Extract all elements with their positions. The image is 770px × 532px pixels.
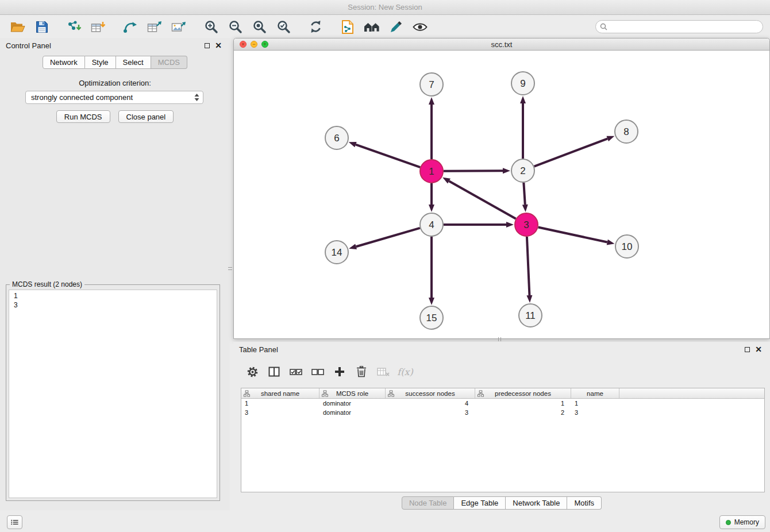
zoom-fit-button[interactable] bbox=[247, 18, 271, 36]
tab-mcds[interactable]: MCDS bbox=[151, 56, 187, 69]
graph-node-9[interactable]: 9 bbox=[511, 72, 534, 95]
table-toolbar: f(x) bbox=[241, 361, 416, 383]
network-window-title: scc.txt bbox=[234, 40, 769, 49]
eye-icon bbox=[413, 21, 428, 33]
tab-edge-table[interactable]: Edge Table bbox=[454, 496, 506, 510]
graph-edge-1-4[interactable] bbox=[429, 183, 434, 212]
apply-layout-button[interactable] bbox=[303, 18, 328, 36]
zoom-in-button[interactable] bbox=[199, 18, 223, 36]
graph-edge-3-11[interactable] bbox=[526, 237, 532, 303]
graph-node-4[interactable]: 4 bbox=[420, 213, 443, 236]
import-table-button[interactable] bbox=[86, 18, 110, 36]
graph-edge-4-15[interactable] bbox=[429, 237, 434, 305]
memory-button[interactable]: Memory bbox=[719, 515, 765, 529]
export-web-button[interactable] bbox=[336, 18, 360, 36]
table-cell[interactable]: 1 bbox=[475, 399, 571, 408]
zoom-out-button[interactable] bbox=[223, 18, 247, 36]
open-session-button[interactable] bbox=[6, 18, 30, 36]
import-network-button[interactable] bbox=[62, 18, 86, 36]
graph-node-11[interactable]: 11 bbox=[519, 304, 542, 327]
graph-edge-3-10[interactable] bbox=[538, 227, 615, 245]
column-header-mcds-role[interactable]: MCDS role bbox=[319, 388, 386, 398]
graph-node-7[interactable]: 7 bbox=[420, 73, 443, 96]
tab-network-table[interactable]: Network Table bbox=[506, 496, 567, 510]
panel-splitter-vertical[interactable] bbox=[228, 262, 232, 275]
task-history-button[interactable] bbox=[7, 515, 22, 529]
column-header-predecessor-nodes[interactable]: predecessor nodes bbox=[475, 388, 571, 398]
network-window-titlebar[interactable]: × − + scc.txt bbox=[234, 38, 769, 51]
column-header-shared-name[interactable]: shared name bbox=[241, 388, 319, 398]
mcds-result-list[interactable]: 13 bbox=[9, 290, 217, 498]
table-cell[interactable]: 1 bbox=[241, 399, 319, 408]
table-cell[interactable]: 3 bbox=[571, 408, 619, 417]
create-column-button[interactable] bbox=[329, 362, 351, 381]
export-network-button[interactable] bbox=[118, 18, 143, 36]
column-header-successor-nodes[interactable]: successor nodes bbox=[386, 388, 475, 398]
run-mcds-button[interactable]: Run MCDS bbox=[56, 110, 110, 123]
tab-network[interactable]: Network bbox=[43, 56, 85, 69]
graph-edge-2-3[interactable] bbox=[522, 183, 528, 212]
save-session-button[interactable] bbox=[30, 18, 54, 36]
search-input[interactable] bbox=[595, 20, 763, 33]
show-columns-button[interactable] bbox=[263, 362, 285, 381]
control-panel-header: Control Panel ✕ bbox=[0, 38, 230, 53]
graph-node-10[interactable]: 10 bbox=[615, 235, 638, 258]
function-builder-button[interactable]: f(x) bbox=[394, 362, 416, 381]
graph-edge-4-3[interactable] bbox=[444, 222, 514, 228]
table-cell[interactable]: 3 bbox=[241, 408, 319, 417]
graph-edge-3-1[interactable] bbox=[442, 178, 516, 219]
close-table-panel-icon[interactable]: ✕ bbox=[755, 345, 762, 353]
save-floppy-icon bbox=[35, 20, 49, 34]
graph-edge-1-2[interactable] bbox=[444, 168, 510, 174]
unselect-all-columns-button[interactable] bbox=[307, 362, 329, 381]
column-header-name[interactable]: name bbox=[571, 388, 619, 398]
graph-node-3[interactable]: 3 bbox=[515, 213, 538, 236]
export-table-button[interactable] bbox=[143, 18, 167, 36]
graph-node-8[interactable]: 8 bbox=[615, 120, 638, 143]
graph-edge-1-6[interactable] bbox=[349, 142, 420, 167]
table-cell[interactable]: dominator bbox=[319, 399, 386, 408]
style-brush-button[interactable] bbox=[384, 18, 408, 36]
float-table-panel-icon[interactable] bbox=[745, 347, 750, 352]
tab-select[interactable]: Select bbox=[116, 56, 151, 69]
graph-node-6[interactable]: 6 bbox=[325, 126, 348, 149]
close-panel-icon[interactable]: ✕ bbox=[215, 41, 222, 49]
zoom-selected-button[interactable] bbox=[271, 18, 295, 36]
table-cell[interactable]: 3 bbox=[386, 408, 475, 417]
table-cell[interactable]: 2 bbox=[475, 408, 571, 417]
graph-edge-2-9[interactable] bbox=[520, 96, 526, 159]
export-image-button[interactable] bbox=[167, 18, 191, 36]
tab-motifs[interactable]: Motifs bbox=[567, 496, 602, 510]
table-cell[interactable]: dominator bbox=[319, 408, 386, 417]
graph-node-15[interactable]: 15 bbox=[420, 306, 443, 329]
graph-node-14[interactable]: 14 bbox=[325, 241, 348, 264]
table-row[interactable]: 3dominator323 bbox=[241, 408, 764, 417]
graph-node-2[interactable]: 2 bbox=[511, 159, 534, 182]
table-cell[interactable]: 4 bbox=[386, 399, 475, 408]
graph-edge-4-14[interactable] bbox=[349, 228, 420, 249]
close-panel-button[interactable]: Close panel bbox=[118, 110, 174, 123]
optimization-dropdown[interactable]: strongly connected component bbox=[25, 91, 203, 104]
select-all-columns-button[interactable] bbox=[285, 362, 307, 381]
delete-table-button[interactable] bbox=[372, 362, 394, 381]
first-neighbors-button[interactable] bbox=[360, 18, 384, 36]
float-panel-icon[interactable] bbox=[205, 43, 210, 48]
control-panel-tabs: NetworkStyleSelectMCDS bbox=[0, 56, 230, 69]
graph-node-1[interactable]: 1 bbox=[420, 160, 443, 183]
minimize-window-button[interactable]: − bbox=[251, 41, 257, 48]
window-titlebar[interactable]: Session: New Session bbox=[0, 0, 770, 15]
close-window-button[interactable]: × bbox=[240, 41, 247, 48]
panel-splitter-horizontal[interactable] bbox=[493, 337, 506, 341]
table-cell[interactable]: 1 bbox=[571, 399, 619, 408]
delete-column-button[interactable] bbox=[351, 362, 372, 381]
zoom-window-button[interactable]: + bbox=[261, 41, 268, 48]
table-row[interactable]: 1dominator411 bbox=[241, 399, 764, 408]
tab-style[interactable]: Style bbox=[85, 56, 116, 69]
memory-label: Memory bbox=[734, 518, 759, 526]
table-settings-button[interactable] bbox=[241, 362, 263, 381]
graph-edge-1-7[interactable] bbox=[429, 97, 434, 159]
graph-edge-2-8[interactable] bbox=[534, 136, 615, 167]
tab-node-table[interactable]: Node Table bbox=[402, 496, 455, 510]
network-canvas[interactable]: 7968124314101511 bbox=[234, 51, 769, 338]
show-hide-button[interactable] bbox=[408, 18, 432, 36]
